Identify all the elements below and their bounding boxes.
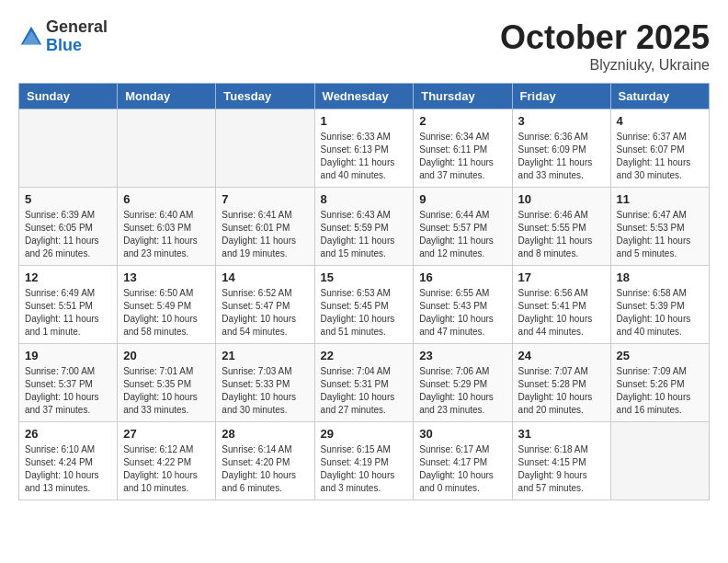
- day-cell: 11Sunrise: 6:47 AM Sunset: 5:53 PM Dayli…: [610, 188, 709, 266]
- day-number: 14: [222, 270, 308, 284]
- day-cell: 5Sunrise: 6:39 AM Sunset: 6:05 PM Daylig…: [19, 188, 118, 266]
- day-cell: 3Sunrise: 6:36 AM Sunset: 6:09 PM Daylig…: [512, 109, 610, 188]
- day-info: Sunrise: 6:53 AM Sunset: 5:45 PM Dayligh…: [321, 287, 408, 339]
- day-number: 6: [123, 192, 210, 206]
- day-info: Sunrise: 6:47 AM Sunset: 5:53 PM Dayligh…: [617, 209, 703, 260]
- day-cell: 23Sunrise: 7:06 AM Sunset: 5:29 PM Dayli…: [414, 344, 512, 422]
- day-cell: [19, 109, 118, 188]
- day-info: Sunrise: 6:15 AM Sunset: 4:19 PM Dayligh…: [321, 443, 408, 495]
- day-info: Sunrise: 6:18 AM Sunset: 4:15 PM Dayligh…: [518, 443, 605, 495]
- header-saturday: Saturday: [610, 84, 709, 109]
- calendar-title: October 2025: [500, 18, 710, 57]
- day-number: 9: [419, 192, 506, 206]
- day-cell: 28Sunrise: 6:14 AM Sunset: 4:20 PM Dayli…: [216, 422, 314, 500]
- day-info: Sunrise: 6:39 AM Sunset: 6:05 PM Dayligh…: [25, 209, 111, 260]
- day-info: Sunrise: 7:00 AM Sunset: 5:37 PM Dayligh…: [25, 365, 111, 417]
- day-number: 11: [617, 192, 703, 206]
- day-info: Sunrise: 6:46 AM Sunset: 5:55 PM Dayligh…: [518, 209, 605, 260]
- week-row-1: 1Sunrise: 6:33 AM Sunset: 6:13 PM Daylig…: [19, 109, 710, 188]
- day-number: 2: [419, 114, 506, 128]
- day-info: Sunrise: 7:01 AM Sunset: 5:35 PM Dayligh…: [123, 365, 210, 417]
- day-info: Sunrise: 6:36 AM Sunset: 6:09 PM Dayligh…: [518, 131, 605, 182]
- day-info: Sunrise: 6:10 AM Sunset: 4:24 PM Dayligh…: [25, 443, 111, 495]
- day-number: 17: [518, 270, 605, 284]
- day-cell: 25Sunrise: 7:09 AM Sunset: 5:26 PM Dayli…: [610, 344, 709, 422]
- day-info: Sunrise: 7:09 AM Sunset: 5:26 PM Dayligh…: [617, 365, 703, 417]
- day-info: Sunrise: 6:40 AM Sunset: 6:03 PM Dayligh…: [123, 209, 210, 260]
- day-info: Sunrise: 6:44 AM Sunset: 5:57 PM Dayligh…: [419, 209, 506, 260]
- day-number: 19: [25, 349, 111, 362]
- day-cell: 16Sunrise: 6:55 AM Sunset: 5:43 PM Dayli…: [414, 266, 512, 344]
- day-info: Sunrise: 7:07 AM Sunset: 5:28 PM Dayligh…: [518, 365, 605, 417]
- day-info: Sunrise: 6:17 AM Sunset: 4:17 PM Dayligh…: [419, 443, 506, 495]
- logo: General Blue: [18, 18, 108, 55]
- day-info: Sunrise: 6:33 AM Sunset: 6:13 PM Dayligh…: [321, 131, 408, 182]
- day-number: 4: [617, 114, 703, 128]
- day-cell: [216, 109, 314, 188]
- day-number: 18: [617, 270, 703, 284]
- day-cell: 26Sunrise: 6:10 AM Sunset: 4:24 PM Dayli…: [19, 422, 118, 500]
- day-number: 5: [25, 192, 111, 206]
- day-cell: 10Sunrise: 6:46 AM Sunset: 5:55 PM Dayli…: [512, 188, 610, 266]
- day-number: 26: [25, 427, 111, 441]
- day-number: 24: [518, 349, 605, 362]
- day-cell: 7Sunrise: 6:41 AM Sunset: 6:01 PM Daylig…: [216, 188, 314, 266]
- day-number: 10: [518, 192, 605, 206]
- day-number: 31: [518, 427, 605, 441]
- day-cell: 20Sunrise: 7:01 AM Sunset: 5:35 PM Dayli…: [118, 344, 216, 422]
- day-cell: 14Sunrise: 6:52 AM Sunset: 5:47 PM Dayli…: [216, 266, 314, 344]
- day-cell: 30Sunrise: 6:17 AM Sunset: 4:17 PM Dayli…: [414, 422, 512, 500]
- header-friday: Friday: [512, 84, 610, 109]
- day-cell: 29Sunrise: 6:15 AM Sunset: 4:19 PM Dayli…: [314, 422, 414, 500]
- day-info: Sunrise: 6:43 AM Sunset: 5:59 PM Dayligh…: [321, 209, 408, 260]
- day-info: Sunrise: 6:12 AM Sunset: 4:22 PM Dayligh…: [123, 443, 210, 495]
- day-number: 7: [222, 192, 308, 206]
- day-cell: 6Sunrise: 6:40 AM Sunset: 6:03 PM Daylig…: [118, 188, 216, 266]
- day-cell: 8Sunrise: 6:43 AM Sunset: 5:59 PM Daylig…: [314, 188, 414, 266]
- day-cell: [610, 422, 709, 500]
- day-number: 23: [419, 349, 506, 362]
- day-cell: 12Sunrise: 6:49 AM Sunset: 5:51 PM Dayli…: [19, 266, 118, 344]
- day-number: 16: [419, 270, 506, 284]
- day-cell: 4Sunrise: 6:37 AM Sunset: 6:07 PM Daylig…: [610, 109, 709, 188]
- header-sunday: Sunday: [19, 84, 118, 109]
- day-number: 12: [25, 270, 111, 284]
- header-thursday: Thursday: [414, 84, 512, 109]
- day-number: 21: [222, 349, 308, 362]
- day-info: Sunrise: 6:14 AM Sunset: 4:20 PM Dayligh…: [222, 443, 308, 495]
- day-info: Sunrise: 6:58 AM Sunset: 5:39 PM Dayligh…: [617, 287, 703, 339]
- week-row-5: 26Sunrise: 6:10 AM Sunset: 4:24 PM Dayli…: [19, 422, 710, 500]
- day-cell: [118, 109, 216, 188]
- header-monday: Monday: [118, 84, 216, 109]
- week-row-2: 5Sunrise: 6:39 AM Sunset: 6:05 PM Daylig…: [19, 188, 710, 266]
- day-info: Sunrise: 7:06 AM Sunset: 5:29 PM Dayligh…: [419, 365, 506, 417]
- day-number: 29: [321, 427, 408, 441]
- day-cell: 1Sunrise: 6:33 AM Sunset: 6:13 PM Daylig…: [314, 109, 414, 188]
- calendar-location: Blyzniuky, Ukraine: [500, 57, 710, 74]
- week-row-4: 19Sunrise: 7:00 AM Sunset: 5:37 PM Dayli…: [19, 344, 710, 422]
- day-cell: 15Sunrise: 6:53 AM Sunset: 5:45 PM Dayli…: [314, 266, 414, 344]
- day-info: Sunrise: 6:34 AM Sunset: 6:11 PM Dayligh…: [419, 131, 506, 182]
- day-cell: 2Sunrise: 6:34 AM Sunset: 6:11 PM Daylig…: [414, 109, 512, 188]
- day-info: Sunrise: 6:49 AM Sunset: 5:51 PM Dayligh…: [25, 287, 111, 339]
- day-info: Sunrise: 6:37 AM Sunset: 6:07 PM Dayligh…: [617, 131, 703, 182]
- day-cell: 9Sunrise: 6:44 AM Sunset: 5:57 PM Daylig…: [414, 188, 512, 266]
- day-number: 30: [419, 427, 506, 441]
- day-number: 3: [518, 114, 605, 128]
- day-cell: 19Sunrise: 7:00 AM Sunset: 5:37 PM Dayli…: [19, 344, 118, 422]
- day-number: 13: [123, 270, 210, 284]
- day-cell: 24Sunrise: 7:07 AM Sunset: 5:28 PM Dayli…: [512, 344, 610, 422]
- day-info: Sunrise: 6:41 AM Sunset: 6:01 PM Dayligh…: [222, 209, 308, 260]
- day-info: Sunrise: 6:50 AM Sunset: 5:49 PM Dayligh…: [123, 287, 210, 339]
- day-cell: 31Sunrise: 6:18 AM Sunset: 4:15 PM Dayli…: [512, 422, 610, 500]
- day-info: Sunrise: 6:56 AM Sunset: 5:41 PM Dayligh…: [518, 287, 605, 339]
- day-number: 25: [617, 349, 703, 362]
- day-cell: 17Sunrise: 6:56 AM Sunset: 5:41 PM Dayli…: [512, 266, 610, 344]
- day-info: Sunrise: 6:55 AM Sunset: 5:43 PM Dayligh…: [419, 287, 506, 339]
- day-info: Sunrise: 7:03 AM Sunset: 5:33 PM Dayligh…: [222, 365, 308, 417]
- day-cell: 22Sunrise: 7:04 AM Sunset: 5:31 PM Dayli…: [314, 344, 414, 422]
- header-wednesday: Wednesday: [314, 84, 414, 109]
- day-number: 20: [123, 349, 210, 362]
- calendar-table: SundayMondayTuesdayWednesdayThursdayFrid…: [18, 83, 710, 500]
- day-info: Sunrise: 7:04 AM Sunset: 5:31 PM Dayligh…: [321, 365, 408, 417]
